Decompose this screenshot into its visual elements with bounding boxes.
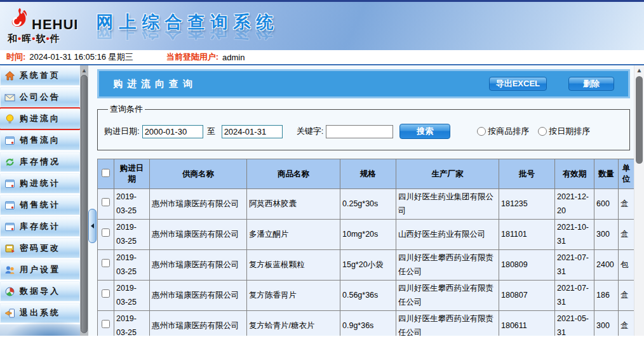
table-cell: 2019-03-25 bbox=[114, 189, 150, 220]
row-checkbox-cell bbox=[98, 311, 114, 336]
table-row: 2019-03-25惠州市瑞康医药有限公司复方板蓝根颗粒15g*20小袋四川好医… bbox=[98, 250, 634, 281]
sidebar-scrollbar-thumb[interactable] bbox=[81, 75, 88, 333]
table-cell: 300 bbox=[594, 311, 619, 336]
sort-by-product-label: 按商品排序 bbox=[488, 126, 529, 137]
logo: HEHUI 和•晖•软•件 bbox=[8, 7, 78, 45]
sidebar-item-系统首页[interactable]: 系统首页 bbox=[0, 65, 80, 86]
sidebar-item-销售统计[interactable]: 销售统计 bbox=[0, 195, 80, 215]
table-cell: 惠州市瑞康医药有限公司 bbox=[150, 311, 247, 336]
table-cell: 2021-07-31 bbox=[555, 250, 594, 281]
sidebar-item-label: 购进统计 bbox=[20, 178, 60, 189]
row-checkbox[interactable] bbox=[102, 228, 110, 237]
sidebar-item-label: 用户设置 bbox=[20, 264, 60, 275]
page-title-reflection: 网上综合查询系统 bbox=[96, 29, 279, 43]
keyword-input[interactable] bbox=[326, 125, 393, 138]
page-scroll-up-icon[interactable]: ▲ bbox=[634, 67, 644, 74]
table-cell: 复方陈香胃片 bbox=[247, 281, 340, 311]
table-cell: 0.56g*36s bbox=[340, 281, 396, 311]
row-checkbox[interactable] bbox=[102, 198, 110, 206]
sort-by-product-radio[interactable] bbox=[477, 127, 486, 136]
sidebar-item-库存统计[interactable]: 库存统计 bbox=[0, 216, 80, 237]
date-from-input[interactable] bbox=[142, 125, 203, 138]
flame-logo-icon bbox=[8, 7, 30, 31]
window-icon bbox=[4, 135, 15, 146]
main-content: 购进流向查询 导出EXCEL 删除 查询条件 购进日期: 至 关键字: 搜索 按… bbox=[88, 65, 634, 336]
scroll-up-icon[interactable]: ▲ bbox=[80, 67, 88, 74]
sidebar-item-公司公告[interactable]: 公司公告 bbox=[0, 87, 80, 107]
table-row: 2019-03-25惠州市瑞康医药有限公司复方陈香胃片0.56g*36s四川好医… bbox=[98, 281, 634, 311]
delete-button[interactable]: 删除 bbox=[568, 77, 614, 91]
query-conditions-panel: 查询条件 购进日期: 至 关键字: 搜索 按商品排序 按日期排序 bbox=[97, 103, 630, 150]
sidebar-collapse-button[interactable] bbox=[88, 209, 97, 243]
query-legend: 查询条件 bbox=[108, 103, 145, 115]
bulb-icon bbox=[4, 114, 15, 124]
table-row: 2019-03-25惠州市瑞康医药有限公司复方蛤青片/糖衣片0.9g*36s四川… bbox=[98, 311, 634, 336]
table-cell: 2400 bbox=[594, 250, 619, 281]
mail-icon bbox=[4, 92, 15, 103]
logo-subtext: 和•晖•软•件 bbox=[8, 33, 78, 45]
select-all-checkbox[interactable] bbox=[102, 169, 110, 177]
table-cell: 惠州市瑞康医药有限公司 bbox=[150, 189, 247, 220]
page-scrollbar[interactable]: ▲ bbox=[634, 65, 644, 336]
table-cell: 180611 bbox=[499, 311, 555, 336]
sort-by-date-radio[interactable] bbox=[538, 127, 547, 136]
page-scrollbar-thumb[interactable] bbox=[636, 76, 643, 164]
column-header: 规格 bbox=[340, 159, 396, 189]
table-cell: 10mg*20s bbox=[340, 220, 396, 250]
sidebar-item-label: 系统首页 bbox=[20, 70, 60, 81]
column-header: 商品名称 bbox=[247, 159, 340, 189]
table-cell: 复方蛤青片/糖衣片 bbox=[247, 311, 340, 336]
sidebar-item-label: 密码更改 bbox=[20, 242, 60, 254]
sidebar-item-销售流向[interactable]: 销售流向 bbox=[0, 130, 80, 150]
row-checkbox-cell bbox=[98, 220, 114, 250]
sidebar-item-购进流向[interactable]: 购进流向 bbox=[0, 109, 80, 129]
table-cell: 2021-05-31 bbox=[555, 311, 594, 336]
table-cell: 2021-07-31 bbox=[555, 281, 594, 311]
sidebar-item-购进统计[interactable]: 购进统计 bbox=[0, 173, 80, 194]
sidebar-item-label: 销售统计 bbox=[20, 199, 60, 211]
sidebar-item-label: 数据导入 bbox=[20, 286, 60, 297]
table-header-row: 购进日期供商名称商品名称规格生产厂家批号有效期数量单位 bbox=[98, 159, 634, 189]
table-cell: 2019-03-25 bbox=[114, 250, 150, 281]
app-title-wrap: 网上综合查询系统 网上综合查询系统 bbox=[96, 11, 279, 43]
row-checkbox[interactable] bbox=[102, 289, 110, 298]
table-cell: 0.9g*36s bbox=[340, 311, 396, 336]
table-cell: 四川好医生药业集团有限公司 bbox=[396, 189, 499, 220]
sidebar-item-库存情况[interactable]: 库存情况 bbox=[0, 152, 80, 172]
table-cell: 2019-03-25 bbox=[114, 281, 150, 311]
time-value: 2024-01-31 16:05:16 星期三 bbox=[29, 51, 133, 63]
logo-text: HEHUI bbox=[32, 18, 78, 31]
section-banner: 购进流向查询 导出EXCEL 删除 bbox=[97, 69, 630, 98]
table-cell: 盒 bbox=[619, 220, 634, 250]
row-checkbox[interactable] bbox=[102, 259, 110, 267]
keyword-label: 关键字: bbox=[297, 126, 324, 137]
sidebar-item-用户设置[interactable]: 用户设置 bbox=[0, 260, 80, 280]
table-cell: 2019-03-25 bbox=[114, 311, 150, 336]
table-cell: 15g*20小袋 bbox=[340, 250, 396, 281]
column-header: 有效期 bbox=[555, 159, 594, 189]
section-title: 购进流向查询 bbox=[113, 78, 197, 90]
search-button[interactable]: 搜索 bbox=[399, 124, 450, 139]
export-excel-button[interactable]: 导出EXCEL bbox=[489, 77, 547, 91]
password-icon bbox=[4, 243, 15, 254]
sidebar-item-数据导入[interactable]: 数据导入 bbox=[0, 281, 80, 301]
column-header: 单位 bbox=[619, 159, 634, 189]
table-cell: 阿莫西林胶囊 bbox=[247, 189, 340, 220]
select-all-header-cell bbox=[98, 159, 114, 189]
table-row: 2019-03-25惠州市瑞康医药有限公司阿莫西林胶囊0.25g*30s四川好医… bbox=[98, 189, 634, 220]
date-to-input[interactable] bbox=[222, 125, 283, 138]
table-cell: 盒 bbox=[619, 311, 634, 336]
table-cell: 300 bbox=[594, 220, 619, 250]
table-cell: 181235 bbox=[499, 189, 555, 220]
row-checkbox[interactable] bbox=[102, 320, 110, 328]
table-cell: 复方板蓝根颗粒 bbox=[247, 250, 340, 281]
column-header: 生产厂家 bbox=[396, 159, 499, 189]
window-icon bbox=[4, 200, 15, 211]
purchase-flow-table: 购进日期供商名称商品名称规格生产厂家批号有效期数量单位 2019-03-25惠州… bbox=[97, 159, 634, 336]
column-header: 数量 bbox=[594, 159, 619, 189]
purchase-date-label: 购进日期: bbox=[104, 126, 140, 137]
sidebar-scrollbar[interactable]: ▲ bbox=[80, 65, 88, 336]
window-icon bbox=[4, 221, 15, 232]
table-cell: 惠州市瑞康医药有限公司 bbox=[150, 281, 247, 311]
sidebar-item-密码更改[interactable]: 密码更改 bbox=[0, 238, 80, 258]
